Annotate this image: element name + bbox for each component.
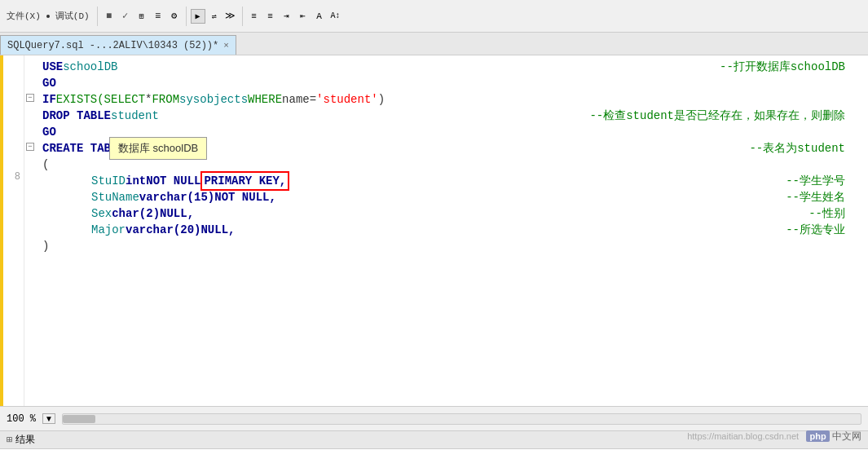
more-icon[interactable]: ≫ <box>223 9 238 24</box>
gutter-line-1 <box>0 57 24 73</box>
col-stuname: StuName <box>91 189 139 205</box>
kw-if: IF <box>42 91 56 108</box>
outdent-icon[interactable]: ⇤ <box>296 9 311 24</box>
code-area[interactable]: 数据库 schoolDB USE schoolDB --打开数据库schoolD… <box>36 55 868 406</box>
collapse-if[interactable]: − <box>26 90 34 106</box>
stop-icon[interactable]: ■ <box>102 9 117 24</box>
code-line-9: StuName varchar(15) NOT NULL, --学生姓名 <box>42 189 861 205</box>
kw-from: FROM <box>152 91 179 108</box>
tab-sqlquery[interactable]: SQLQuery7.sql -...2ALIV\10343 (52))* × <box>0 35 236 55</box>
str-student: 'student' <box>316 91 378 108</box>
tab-label: SQLQuery7.sql -...2ALIV\10343 (52))* <box>7 40 218 51</box>
gutter-line-12 <box>0 236 24 253</box>
toolbar: 文件(X) 调试(D) ■ ✓ ⊞ ≡ ⚙ ▶ ⇌ ≫ ≡ ≡ ⇥ ⇤ A A↕ <box>0 0 868 33</box>
gutter-line-11 <box>0 220 24 236</box>
results-icon[interactable]: ≡ <box>151 9 165 24</box>
tab-bar: SQLQuery7.sql -...2ALIV\10343 (52))* × <box>0 33 868 55</box>
kw-use: USE <box>42 59 63 75</box>
zoom-dropdown-btn[interactable]: ▼ <box>42 413 55 424</box>
gutter-line-9 <box>0 188 24 204</box>
gutter-line-2 <box>0 73 24 90</box>
comment-10: --性别 <box>809 205 845 222</box>
db-name: schoolDB <box>63 59 117 75</box>
type-int: int <box>126 173 146 189</box>
gutter-line-10 <box>0 204 24 220</box>
gutter-line-5 <box>0 122 24 139</box>
code-line-2: GO <box>42 75 861 91</box>
col-stuid: StuID <box>91 173 126 189</box>
comment-11: --所选专业 <box>786 222 845 238</box>
font-icon[interactable]: A <box>312 9 327 24</box>
kw-go-2: GO <box>42 124 56 140</box>
comment-4: --检查student是否已经存在，如果存在，则删除 <box>589 108 845 124</box>
gutter-line-8: 8 <box>0 171 24 188</box>
autocomplete-tooltip: 数据库 schoolDB <box>109 137 207 160</box>
code-line-1: USE schoolDB --打开数据库schoolDB <box>42 59 861 75</box>
kw-where: WHERE <box>248 91 282 108</box>
zoom-label: 100 % <box>7 413 36 425</box>
name-eq: name= <box>282 91 316 108</box>
play-icon <box>46 15 50 18</box>
collapse-col: − − <box>24 55 36 406</box>
collapse-if-icon[interactable]: − <box>26 94 34 102</box>
sep2 <box>186 7 187 26</box>
php-watermark: https://maitian.blog.csdn.net php 中文网 <box>687 430 861 443</box>
gutter-line-3 <box>0 90 24 106</box>
code-line-3: IF EXISTS(SELECT * FROM sysobjects WHERE… <box>42 91 861 108</box>
results-icon: ⊞ <box>7 434 12 446</box>
menu-debug[interactable]: 调试(D) <box>52 8 93 24</box>
comment-8: --学生学号 <box>786 173 845 189</box>
url-text: https://maitian.blog.csdn.net <box>687 431 799 441</box>
primary-key: PRIMARY KEY, <box>200 171 289 191</box>
notnull-1: NOT NULL <box>146 173 200 189</box>
code-line-10: Sex char(2) NULL, --性别 <box>42 205 861 222</box>
kw-drop: DROP TABLE <box>42 108 111 124</box>
tab-close-btn[interactable]: × <box>223 41 229 51</box>
star: * <box>145 91 152 108</box>
menu-file[interactable]: 文件(X) <box>3 8 44 24</box>
scrollbar-thumb <box>63 415 95 423</box>
grid-icon[interactable]: ⊞ <box>134 9 149 24</box>
kw-exists: EXISTS(SELECT <box>56 91 145 108</box>
gutter-line-4 <box>0 106 24 122</box>
format-icon[interactable]: ⇌ <box>207 9 222 24</box>
align-center-icon[interactable]: ≡ <box>263 9 278 24</box>
left-indicator <box>0 55 3 406</box>
collapse-create-icon[interactable]: − <box>26 143 34 151</box>
comment-1: --打开数据库schoolDB <box>720 59 845 75</box>
null-1: NULL, <box>160 205 194 222</box>
run-icon[interactable]: ▶ <box>191 9 205 24</box>
gutter-line-6 <box>0 139 24 155</box>
comment-6: --表名为student <box>749 140 845 157</box>
code-line-4: DROP TABLE student --检查student是否已经存在，如果存… <box>42 108 861 124</box>
indent-icon[interactable]: ⇥ <box>280 9 294 24</box>
site-label: 中文网 <box>832 430 861 442</box>
status-bar: 100 % ▼ <box>0 406 868 430</box>
null-2: NULL, <box>200 222 235 238</box>
sep3 <box>242 7 243 26</box>
check-icon[interactable]: ✓ <box>118 9 133 24</box>
type-char2: char(2) <box>112 205 160 222</box>
tbl-student-drop: student <box>111 108 159 124</box>
kw-go-1: GO <box>42 75 56 91</box>
font-size-icon[interactable]: A↕ <box>328 9 343 24</box>
col-sex: Sex <box>91 205 112 222</box>
code-line-12: ) <box>42 238 861 254</box>
close-paren: ) <box>378 91 385 108</box>
tools-icon[interactable]: ⚙ <box>167 9 182 24</box>
horizontal-scrollbar[interactable] <box>62 413 861 425</box>
gutter-line-7 <box>0 155 24 171</box>
col-major: Major <box>91 222 126 238</box>
type-varchar20: varchar(20) <box>126 222 200 238</box>
line-gutter: 8 <box>0 55 24 406</box>
code-line-11: Major varchar(20) NULL, --所选专业 <box>42 222 861 238</box>
align-left-icon[interactable]: ≡ <box>247 9 262 24</box>
collapse-create[interactable]: − <box>26 139 34 155</box>
tbl-sysobjects: sysobjects <box>179 91 248 108</box>
open-paren: ( <box>42 157 49 173</box>
results-tab-label[interactable]: 结果 <box>15 433 35 447</box>
code-line-8: StuID int NOT NULL PRIMARY KEY, --学生学号 <box>42 173 861 189</box>
close-paren-2: ) <box>42 238 49 254</box>
comment-9: --学生姓名 <box>786 189 845 205</box>
type-varchar15: varchar(15) <box>139 189 214 205</box>
